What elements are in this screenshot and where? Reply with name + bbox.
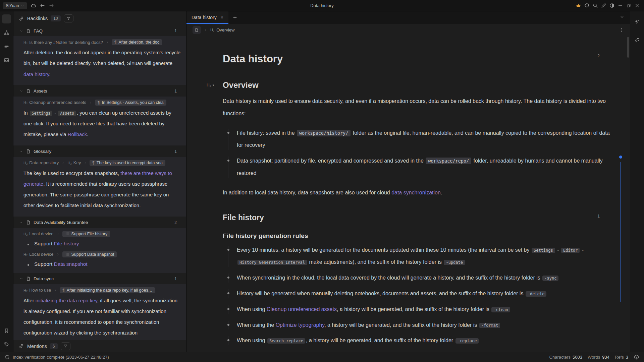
collapse-arrow-icon[interactable]: ▼	[212, 84, 215, 87]
breadcrumb-block-box[interactable]: ¶The key is used to encrypt data sna	[90, 160, 165, 166]
breadcrumb-block-box[interactable]: Support File history	[62, 231, 110, 237]
backlink-excerpt[interactable]: In Settings - Assets, you can clean up u…	[13, 107, 186, 142]
stat-label: Words	[588, 355, 600, 360]
tab-data-history[interactable]: Data history ×	[186, 11, 228, 24]
stat-value: 3	[626, 355, 628, 360]
edit-icon[interactable]	[601, 3, 606, 8]
backlink-breadcrumb[interactable]: H₂Data repositoryH₃Key¶The key is used t…	[13, 158, 186, 167]
ref-link[interactable]: Rollback	[68, 131, 87, 137]
breadcrumb-block-box[interactable]: Support Data snapshot	[62, 251, 117, 257]
link-icon	[18, 343, 24, 349]
ref-link[interactable]: File history	[54, 241, 79, 246]
heading-h2[interactable]: Overview	[223, 80, 610, 90]
maximize-icon[interactable]	[626, 3, 632, 8]
tab-list-button[interactable]	[620, 14, 625, 21]
backlink-section-header[interactable]: FAQ1	[13, 25, 186, 36]
editor-scrollbar-thumb[interactable]	[627, 37, 629, 58]
cloud-sync-icon[interactable]	[31, 3, 36, 8]
dock-item-backlinks[interactable]	[2, 14, 11, 23]
backlink-excerpt[interactable]: After deletion, the doc will not appear …	[13, 46, 186, 82]
editor[interactable]: Data history2H₂▼OverviewData history is …	[186, 36, 630, 352]
heading-h1[interactable]: Data history2	[223, 53, 610, 65]
plus-icon	[232, 15, 237, 20]
heading-h3[interactable]: File history1	[223, 213, 610, 222]
text-run: -	[580, 247, 584, 253]
list-item[interactable]: When using Cleanup unreferenced assets, …	[223, 302, 610, 317]
ref-link[interactable]: Optimize typography	[276, 322, 325, 328]
ref-link[interactable]: data history	[23, 71, 49, 77]
list-item[interactable]: When synchronizing in the cloud, the loc…	[223, 270, 610, 286]
breadcrumb-item[interactable]: H₂How to use	[23, 288, 51, 293]
backlink-breadcrumb[interactable]: H₂Cleanup unreferenced assets¶In Setting…	[13, 98, 186, 107]
marketplace-icon[interactable]	[584, 3, 590, 8]
dock-item-tag[interactable]	[2, 340, 11, 349]
document-icon-button[interactable]	[193, 26, 201, 34]
backlink-breadcrumb[interactable]: H₂Local deviceSupport File history	[13, 229, 186, 238]
minimize-icon[interactable]	[618, 3, 623, 8]
paragraph-block[interactable]: In addition to local data history, data …	[223, 187, 610, 199]
heading-level-tag: H₂	[23, 161, 28, 165]
ref-link[interactable]: Data snapshot	[54, 261, 88, 267]
document-icon	[26, 88, 31, 94]
dock-item-outline[interactable]	[2, 42, 11, 51]
list-item[interactable]: When using the Optimize typography, a hi…	[223, 317, 610, 333]
backlink-excerpt[interactable]: After initializing the data repo key, if…	[13, 294, 186, 340]
heading-h4[interactable]: File history generation rules	[223, 232, 610, 240]
help-icon[interactable]	[634, 354, 639, 360]
new-tab-button[interactable]	[228, 11, 242, 24]
theme-icon[interactable]	[609, 3, 615, 8]
breadcrumb-block-box[interactable]: ¶After initializing the data repo key, i…	[60, 287, 155, 293]
list-item[interactable]: History will be generated when manually …	[223, 286, 610, 302]
search-icon[interactable]	[592, 3, 598, 8]
breadcrumb-item[interactable]: H₃Key	[67, 160, 81, 165]
ref-link[interactable]: Cleanup unreferenced assets	[267, 306, 337, 312]
mentions-filter-button[interactable]	[61, 342, 70, 350]
backlink-breadcrumb[interactable]: H₂How to use¶After initializing the data…	[13, 285, 186, 294]
backlinks-count-badge: 10	[51, 15, 60, 21]
backlink-section-header[interactable]: Data Availability Guarantee2	[13, 217, 186, 228]
backlink-breadcrumb[interactable]: H₂Is there any #Note# for deleting docs?…	[13, 37, 186, 46]
app-menu-button[interactable]: SiYuan	[3, 2, 27, 9]
dock-item-inbox[interactable]	[2, 56, 11, 65]
breadcrumb-block-box[interactable]: ¶After deletion, the doc	[112, 39, 162, 45]
breadcrumb-heading-text[interactable]: Overview	[216, 27, 234, 33]
crown-icon[interactable]	[576, 3, 581, 8]
dock-item-bookmark[interactable]	[2, 326, 11, 335]
list-item[interactable]: Data snapshot: partitioned by file, encr…	[223, 153, 610, 181]
backlink-excerpt[interactable]: The key is used to encrypt data snapshot…	[13, 167, 186, 214]
text-run: The key is used to encrypt data snapshot…	[23, 170, 120, 176]
ref-link[interactable]: data synchronization	[391, 190, 441, 195]
backlink-excerpt[interactable]: Support Data snapshot	[13, 258, 186, 270]
kbd-tag: -update	[444, 260, 465, 265]
heading-gutter[interactable]: H₂▼	[207, 83, 215, 87]
dock-item-graph-local[interactable]	[633, 17, 642, 26]
more-options-icon[interactable]	[619, 27, 624, 33]
list-item[interactable]: When using Search replace, a history wil…	[223, 333, 610, 349]
backlink-section-header[interactable]: Data sync1	[13, 274, 186, 284]
backlinks-filter-button[interactable]	[64, 14, 73, 22]
backlink-excerpt[interactable]: Support File history	[13, 238, 186, 249]
forward-icon[interactable]	[49, 3, 54, 8]
dock-item-graph-global[interactable]	[633, 35, 642, 44]
list-item[interactable]: Every 10 minutes, a history will be gene…	[223, 242, 610, 270]
breadcrumb-item[interactable]: H₂Is there any #Note# for deleting docs?	[23, 40, 103, 45]
breadcrumb-item[interactable]: H₂Data repository	[23, 160, 59, 165]
breadcrumb-block-box[interactable]: ¶In Settings - Assets, you can clea	[95, 100, 166, 106]
dock-item-graph[interactable]	[2, 28, 11, 37]
back-icon[interactable]	[40, 3, 45, 8]
paragraph-block[interactable]: Data history is mainly used to ensure da…	[223, 95, 610, 120]
mentions-bar[interactable]: Mentions 6	[13, 340, 186, 352]
breadcrumb-item[interactable]: H₂Local device	[23, 252, 54, 257]
backlink-section-header[interactable]: Assets1	[13, 86, 186, 97]
text-run: -	[556, 247, 560, 253]
close-icon[interactable]	[634, 3, 640, 8]
list-item[interactable]: File history: saved in the workspace/his…	[223, 125, 610, 154]
breadcrumb-item[interactable]: H₂Cleanup unreferenced assets	[23, 100, 86, 105]
backlink-section-header[interactable]: Glossary1	[13, 146, 186, 157]
chevron-down-icon	[21, 4, 24, 7]
ref-link[interactable]: initializing the data repo key	[36, 298, 97, 303]
breadcrumb-item[interactable]: H₂Local device	[23, 231, 54, 236]
backlink-breadcrumb[interactable]: H₂Local deviceSupport Data snapshot	[13, 249, 186, 258]
position-dot	[619, 156, 622, 159]
close-tab-icon[interactable]: ×	[221, 15, 223, 20]
